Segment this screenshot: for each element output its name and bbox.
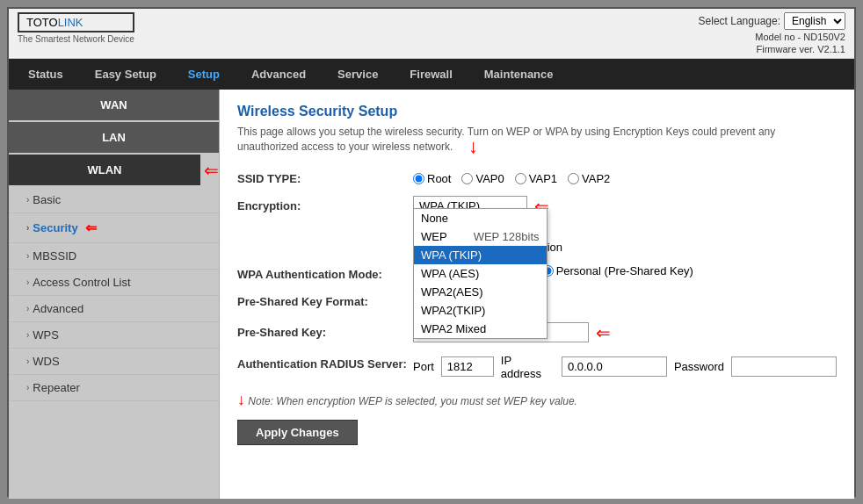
sidebar-btn-wlan[interactable]: WLAN xyxy=(9,155,200,185)
nav-easy-setup[interactable]: Easy Setup xyxy=(79,59,172,90)
wlan-arrow-icon: ⇐ xyxy=(204,160,219,181)
radius-pw-label: Password xyxy=(674,360,724,373)
psk-format-label: Pre-Shared Key Format: xyxy=(237,292,413,308)
nav-setup[interactable]: Setup xyxy=(172,59,236,90)
logo-toto: TOTO xyxy=(26,16,58,29)
radius-port-input[interactable] xyxy=(441,356,494,377)
note-content: Note: When encryption WEP is selected, y… xyxy=(248,395,577,407)
security-arrow-icon: ⇐ xyxy=(85,220,97,236)
ssid-type-field: Root VAP0 VAP1 VAP2 xyxy=(413,169,837,185)
encryption-label: Encryption: xyxy=(237,196,413,212)
radius-label: Authentication RADIUS Server: xyxy=(237,354,413,371)
encryption-row: Encryption: None WEP WPA (TKIP) WPA (AES… xyxy=(237,196,837,230)
lang-label: Select Language: xyxy=(699,15,780,27)
radius-port-label: Port xyxy=(413,360,434,373)
nav-bar: Status Easy Setup Setup Advanced Service… xyxy=(9,59,854,90)
sidebar-item-mbssid[interactable]: ›MBSSID xyxy=(9,243,219,270)
nav-maintenance[interactable]: Maintenance xyxy=(468,59,569,90)
radius-ip-input[interactable] xyxy=(562,356,667,377)
psk-label: Pre-Shared Key: xyxy=(237,322,413,339)
ssid-type-label: SSID TYPE: xyxy=(237,169,413,185)
firmware-version: Firmware ver. V2.1.1 xyxy=(699,44,845,54)
enc-option-wpa2-tkip[interactable]: WPA2(TKIP) xyxy=(414,301,547,320)
ssid-type-row: SSID TYPE: Root VAP0 VAP1 xyxy=(237,169,837,185)
encryption-field: None WEP WPA (TKIP) WPA (AES) WPA2(AES) … xyxy=(413,196,837,230)
note-text: ↓ Note: When encryption WEP is selected,… xyxy=(237,391,837,409)
psk-arrow-icon: ⇐ xyxy=(596,322,611,343)
page-title: Wireless Security Setup xyxy=(237,104,837,119)
ssid-root-option[interactable]: Root xyxy=(413,172,451,185)
radius-field: Port IP address Password xyxy=(413,354,837,380)
sidebar-item-advanced[interactable]: ›Advanced xyxy=(9,296,219,322)
apply-changes-button[interactable]: Apply Changes xyxy=(237,420,358,445)
ssid-vap0-radio[interactable] xyxy=(461,173,473,184)
logo-link: LINK xyxy=(58,16,83,29)
main-content: ↓ Wireless Security Setup This page allo… xyxy=(220,90,854,499)
sidebar-item-wps[interactable]: ›WPS xyxy=(9,322,219,349)
radius-pw-input[interactable] xyxy=(731,356,837,377)
sidebar-item-basic[interactable]: ›Basic xyxy=(9,187,219,213)
sidebar-item-acl[interactable]: ›Access Control List xyxy=(9,270,219,296)
sidebar-item-repeater[interactable]: ›Repeater xyxy=(9,375,219,401)
nav-service[interactable]: Service xyxy=(322,59,394,90)
enc-option-none[interactable]: None xyxy=(414,209,547,227)
encryption-dropdown-menu: None WEPWEP 128bits WPA (TKIP) WPA (AES)… xyxy=(413,208,548,339)
nav-firewall[interactable]: Firewall xyxy=(394,59,468,90)
ssid-vap1-option[interactable]: VAP1 xyxy=(515,172,557,185)
enc-option-wep[interactable]: WEPWEP 128bits xyxy=(414,227,547,246)
nav-status[interactable]: Status xyxy=(12,59,79,90)
enc-option-wpa-tkip[interactable]: WPA (TKIP) xyxy=(414,246,547,264)
sidebar: WAN LAN WLAN ⇐ ›Basic ›Security⇐ ›MBSSID… xyxy=(9,90,220,499)
logo: TOTOLINK xyxy=(18,12,134,32)
language-select[interactable]: English xyxy=(784,12,845,30)
model-number: Model no - ND150V2 xyxy=(699,32,845,42)
enc-option-wpa2-mixed[interactable]: WPA2 Mixed xyxy=(414,320,547,338)
ssid-root-radio[interactable] xyxy=(413,173,424,184)
radius-row: Authentication RADIUS Server: Port IP ad… xyxy=(237,354,837,380)
enc-option-wpa-aes[interactable]: WPA (AES) xyxy=(414,264,547,283)
ssid-vap2-radio[interactable] xyxy=(568,173,579,184)
8021x-label-spacer xyxy=(237,241,413,244)
wpa-personal-option[interactable]: Personal (Pre-Shared Key) xyxy=(542,264,693,277)
logo-subtitle: The Smartest Network Device xyxy=(18,34,134,44)
sidebar-item-wds[interactable]: ›WDS xyxy=(9,349,219,375)
ssid-vap1-radio[interactable] xyxy=(515,173,526,184)
sidebar-btn-lan[interactable]: LAN xyxy=(9,122,219,153)
nav-advanced[interactable]: Advanced xyxy=(236,59,322,90)
ssid-vap0-option[interactable]: VAP0 xyxy=(461,172,504,185)
note-arrow-icon: ↓ xyxy=(237,391,245,408)
sidebar-item-security[interactable]: ›Security⇐ xyxy=(9,213,219,243)
radius-ip-label: IP address xyxy=(501,354,555,380)
page-desc: This page allows you setup the wireless … xyxy=(237,125,837,155)
ssid-vap2-option[interactable]: VAP2 xyxy=(568,172,610,185)
wpa-auth-label: WPA Authentication Mode: xyxy=(237,264,413,281)
enc-option-wpa2-aes[interactable]: WPA2(AES) xyxy=(414,283,547,301)
sidebar-btn-wan[interactable]: WAN xyxy=(9,90,219,120)
